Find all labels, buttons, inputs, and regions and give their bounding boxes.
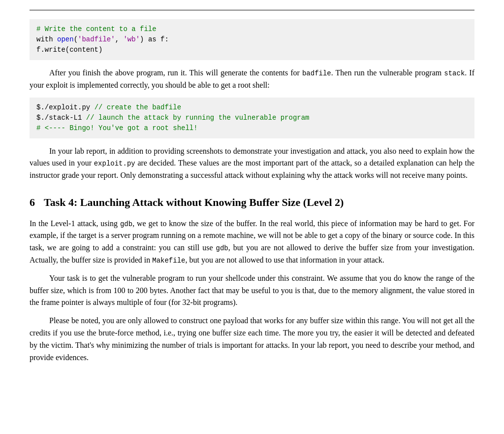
paragraph-1: After you finish the above program, run …	[30, 67, 474, 92]
code-comment: # Write the content to a file	[36, 25, 157, 33]
page-container: # Write the content to a file with open(…	[0, 0, 504, 434]
section-6-heading: 6Task 4: Launching Attack without Knowin…	[30, 196, 474, 210]
code-text: with	[36, 35, 57, 43]
paragraph-3: In the Level-1 attack, using gdb, we get…	[30, 218, 474, 267]
code-keyword: open	[57, 35, 74, 43]
code-comment: // create the badfile	[94, 103, 181, 111]
code-comment: # <---- Bingo! You've got a root shell!	[36, 124, 198, 132]
code-text: ,	[115, 35, 124, 43]
code-line: with open('badfile', 'wb') as f:	[36, 34, 468, 45]
code-comment: // launch the attack by running the vuln…	[86, 114, 310, 122]
section-title: Task 4: Launching Attack without Knowing…	[44, 196, 344, 208]
paragraph-2: In your lab report, in addition to provi…	[30, 145, 474, 182]
code-line: $./exploit.py // create the badfile	[36, 102, 468, 113]
code-line: $./stack-L1 // launch the attack by runn…	[36, 113, 468, 123]
top-rule	[30, 10, 474, 10]
code-string: 'wb'	[123, 35, 140, 43]
code-text: (	[74, 35, 78, 43]
paragraph-4: Your task is to get the vulnerable progr…	[30, 272, 474, 309]
code-block-2: $./exploit.py // create the badfile $./s…	[30, 98, 474, 138]
section-number: 6	[30, 196, 35, 208]
code-string: 'badfile'	[78, 35, 115, 43]
paragraph-5: Please be noted, you are only allowed to…	[30, 315, 474, 364]
code-text: ) as f:	[140, 35, 169, 43]
inline-code-gdb2: gdb	[216, 244, 228, 252]
code-block-1: # Write the content to a file with open(…	[30, 19, 474, 60]
code-text: f.write(content)	[36, 46, 102, 54]
inline-code-gdb1: gdb	[120, 220, 132, 228]
inline-code-makefile: Makefile	[152, 257, 185, 265]
code-line: # Write the content to a file	[36, 24, 468, 34]
code-text: $./stack-L1	[36, 114, 86, 122]
inline-code-stack: stack	[444, 69, 465, 77]
code-line: # <---- Bingo! You've got a root shell!	[36, 123, 468, 134]
code-text: $./exploit.py	[36, 103, 94, 111]
inline-code-badfile: badfile	[302, 69, 331, 77]
inline-code-exploitpy: exploit.py	[94, 160, 135, 167]
code-line: f.write(content)	[36, 45, 468, 55]
